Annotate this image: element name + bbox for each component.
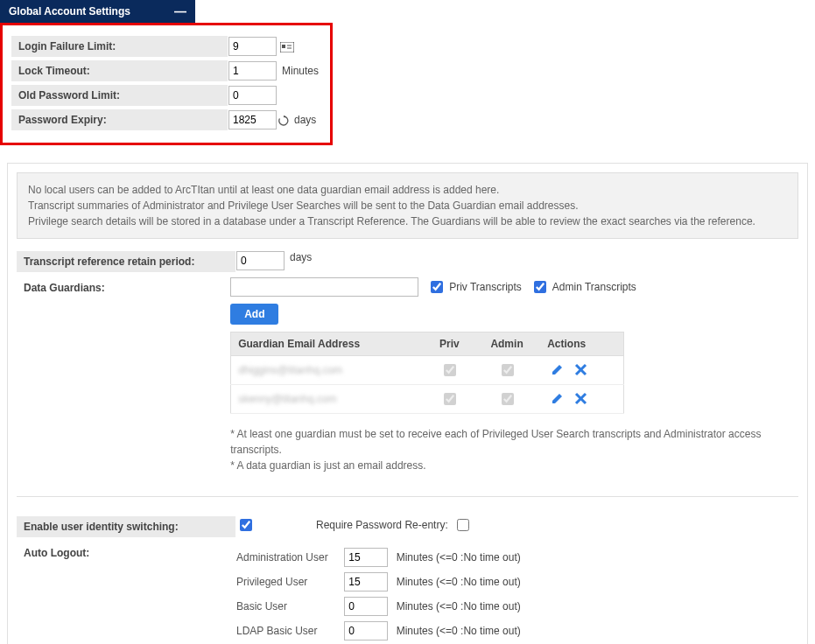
th-priv: Priv — [425, 332, 474, 356]
auto-logout-section: Auto Logout: Administration User Minutes… — [17, 542, 798, 644]
timeout-row-admin: Administration User Minutes (<=0 :No tim… — [236, 548, 521, 567]
timeout-input-ldap[interactable] — [344, 621, 388, 640]
transcript-retain-row: Transcript reference retain period: days — [17, 251, 798, 272]
guardian-email-input[interactable] — [230, 277, 418, 297]
row-priv-checkbox — [444, 393, 456, 405]
id-card-icon — [280, 40, 294, 52]
section-header: Global Account Settings — — [0, 0, 195, 23]
require-pw-label: Require Password Re-entry: — [316, 519, 448, 531]
require-pw-checkbox[interactable] — [457, 519, 469, 531]
identity-row: Enable user identity switching: Require … — [17, 516, 798, 537]
old-password-input[interactable] — [228, 86, 277, 105]
lock-timeout-label: Lock Timeout: — [11, 60, 228, 81]
th-admin: Admin — [474, 332, 540, 356]
password-expiry-label: Password Expiry: — [11, 109, 228, 130]
priv-transcripts-label: Priv Transcripts — [449, 281, 522, 293]
guardian-footnote: * At least one guardian must be set to r… — [230, 426, 798, 473]
th-actions: Actions — [540, 332, 624, 356]
timeout-label-ldap: LDAP Basic User — [236, 625, 341, 637]
info-line-1: No local users can be added to ArcTItan … — [28, 182, 787, 198]
guardian-table: Guardian Email Address Priv Admin Action… — [230, 332, 624, 414]
enable-identity-label: Enable user identity switching: — [17, 516, 236, 537]
timeout-row-ldap: LDAP Basic User Minutes (<=0 :No time ou… — [236, 621, 521, 640]
info-box: No local users can be added to ArcTItan … — [17, 172, 798, 239]
table-row: skenny@titanhq.com — [231, 385, 624, 414]
timeout-row-basic: Basic User Minutes (<=0 :No time out) — [236, 597, 521, 616]
enable-identity-checkbox[interactable] — [240, 519, 252, 531]
guardians-row: Data Guardians: Priv Transcripts Admin T… — [17, 277, 798, 473]
login-failure-input[interactable] — [228, 37, 277, 56]
lock-timeout-input[interactable] — [228, 61, 277, 80]
highlighted-settings-box: Login Failure Limit: Lock Timeout: Minut… — [0, 23, 333, 145]
delete-icon[interactable] — [574, 392, 587, 408]
row-priv-checkbox — [444, 364, 456, 376]
row-admin-checkbox — [502, 393, 514, 405]
timeout-hint: Minutes (<=0 :No time out) — [397, 576, 521, 588]
footnote-line-1: * At least one guardian must be set to r… — [230, 426, 798, 458]
timeout-hint: Minutes (<=0 :No time out) — [397, 600, 521, 612]
transcript-retain-label: Transcript reference retain period: — [17, 251, 236, 272]
admin-transcripts-label: Admin Transcripts — [552, 281, 636, 293]
login-failure-row: Login Failure Limit: — [11, 36, 321, 57]
th-email: Guardian Email Address — [231, 332, 425, 356]
login-failure-label: Login Failure Limit: — [11, 36, 228, 57]
svg-rect-1 — [282, 45, 285, 48]
old-password-row: Old Password Limit: — [11, 85, 321, 106]
admin-transcripts-wrap[interactable]: Admin Transcripts — [530, 278, 636, 296]
guardians-label: Data Guardians: — [17, 277, 230, 298]
auto-logout-label: Auto Logout: — [17, 542, 236, 564]
section-title: Global Account Settings — [9, 5, 130, 18]
lock-timeout-row: Lock Timeout: Minutes — [11, 60, 321, 81]
table-row: dhiggins@titanhq.com — [231, 356, 624, 385]
password-expiry-unit: days — [294, 114, 316, 126]
row-admin-checkbox — [502, 364, 514, 376]
timeout-label-priv: Privileged User — [236, 576, 341, 588]
footnote-line-2: * A data guardian is just an email addre… — [230, 458, 798, 473]
timeout-input-basic[interactable] — [344, 597, 388, 616]
edit-icon[interactable] — [551, 362, 565, 379]
guardian-email-cell: dhiggins@titanhq.com — [238, 364, 342, 376]
timeout-label-basic: Basic User — [236, 600, 341, 612]
timeout-hint: Minutes (<=0 :No time out) — [397, 551, 521, 564]
collapse-icon[interactable]: — — [174, 5, 186, 18]
info-line-3: Privilege search details will be stored … — [28, 214, 787, 229]
transcript-retain-input[interactable] — [236, 251, 285, 270]
divider — [17, 496, 798, 497]
timeout-hint: Minutes (<=0 :No time out) — [397, 625, 521, 637]
priv-transcripts-checkbox[interactable] — [431, 281, 443, 293]
main-panel: No local users can be added to ArcTItan … — [7, 163, 808, 644]
info-line-2: Transcript summaries of Administrator an… — [28, 198, 787, 214]
password-expiry-input[interactable] — [228, 110, 277, 130]
guardian-email-cell: skenny@titanhq.com — [238, 393, 336, 405]
priv-transcripts-wrap[interactable]: Priv Transcripts — [427, 278, 522, 296]
timeout-input-priv[interactable] — [344, 572, 388, 592]
timeout-input-admin[interactable] — [344, 548, 388, 567]
refresh-icon[interactable] — [278, 114, 289, 126]
transcript-retain-unit: days — [290, 251, 312, 263]
old-password-label: Old Password Limit: — [11, 85, 228, 106]
password-expiry-row: Password Expiry: days — [11, 109, 321, 130]
timeout-label-admin: Administration User — [236, 551, 341, 564]
lock-timeout-unit: Minutes — [282, 65, 319, 77]
edit-icon[interactable] — [551, 391, 565, 408]
delete-icon[interactable] — [574, 363, 587, 379]
admin-transcripts-checkbox[interactable] — [534, 281, 546, 293]
timeout-row-priv: Privileged User Minutes (<=0 :No time ou… — [236, 572, 521, 592]
add-button[interactable]: Add — [230, 304, 278, 325]
